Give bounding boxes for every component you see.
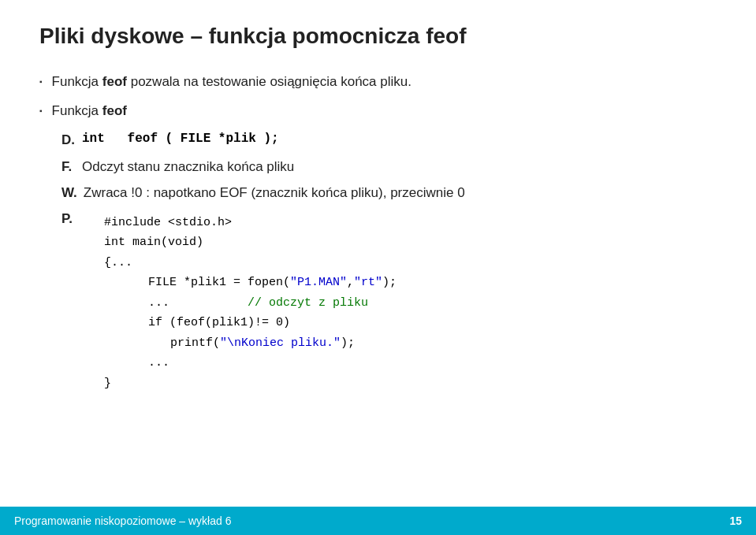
code-line-3: {... xyxy=(104,253,397,273)
bullet-item-2: ▪ Funkcja feof xyxy=(39,100,717,121)
label-f: F. xyxy=(61,156,76,177)
bold-excl0: !0 xyxy=(131,185,142,200)
code-line-8: ... xyxy=(148,353,397,373)
str-nkoniec: "\nKoniec pliku." xyxy=(220,336,341,350)
sub-item-w: W. Zwraca !0 : napotkano EOF (znacznik k… xyxy=(61,182,717,203)
bottom-bar: Programowanie niskopoziomowe – wykład 6 … xyxy=(0,507,756,535)
bullet-icon-1: ▪ xyxy=(39,76,43,88)
label-w: W. xyxy=(61,182,77,203)
bullet-icon-2: ▪ xyxy=(39,105,43,117)
code-line-4: FILE *plik1 = fopen("P1.MAN","rt"); xyxy=(148,273,397,293)
footer-right: 15 xyxy=(729,515,742,527)
code-block-p: #include <stdio.h> int main(void) {... F… xyxy=(104,213,397,394)
text-f: Odczyt stanu znacznika końca pliku xyxy=(82,156,294,177)
sub-item-p: P. #include <stdio.h> int main(void) {..… xyxy=(61,208,717,394)
text-w: Zwraca !0 : napotkano EOF (znacznik końc… xyxy=(84,182,465,203)
str-p1man: "P1.MAN" xyxy=(290,276,347,289)
code-line-6: if (feof(plik1)!= 0) xyxy=(148,313,397,333)
bullet-item-1: ▪ Funkcja feof pozwala na testowanie osi… xyxy=(39,71,717,92)
str-rt: "rt" xyxy=(354,276,382,289)
content-area: ▪ Funkcja feof pozwala na testowanie osi… xyxy=(39,71,717,393)
footer-left: Programowanie niskopoziomowe – wykład 6 xyxy=(14,515,231,527)
bold-feof-1: feof xyxy=(102,74,127,89)
code-line-2: int main(void) xyxy=(104,232,397,253)
code-line-1: #include <stdio.h> xyxy=(104,213,397,233)
code-line-7: printf("\nKoniec pliku."); xyxy=(170,333,397,354)
bullet-text-2: Funkcja feof xyxy=(52,100,127,121)
label-p: P. xyxy=(61,208,76,229)
bold-feof-2: feof xyxy=(102,103,127,118)
slide-title: Pliki dyskowe – funkcja pomocnicza feof xyxy=(39,24,717,49)
code-line-9: } xyxy=(104,373,397,394)
sub-content: D. int feof ( FILE *plik ); F. Odczyt st… xyxy=(61,129,717,393)
code-line-5: ... // odczyt z pliku xyxy=(148,293,397,314)
code-d: int feof ( FILE *plik ); xyxy=(82,129,279,150)
label-d: D. xyxy=(61,129,76,150)
comment-odczyt: // odczyt z pliku xyxy=(248,296,368,310)
slide-container: Pliki dyskowe – funkcja pomocnicza feof … xyxy=(0,0,756,535)
bullet-text-1: Funkcja feof pozwala na testowanie osiąg… xyxy=(52,71,412,92)
sub-item-f: F. Odczyt stanu znacznika końca pliku xyxy=(61,156,717,177)
sub-item-d: D. int feof ( FILE *plik ); xyxy=(61,129,717,150)
